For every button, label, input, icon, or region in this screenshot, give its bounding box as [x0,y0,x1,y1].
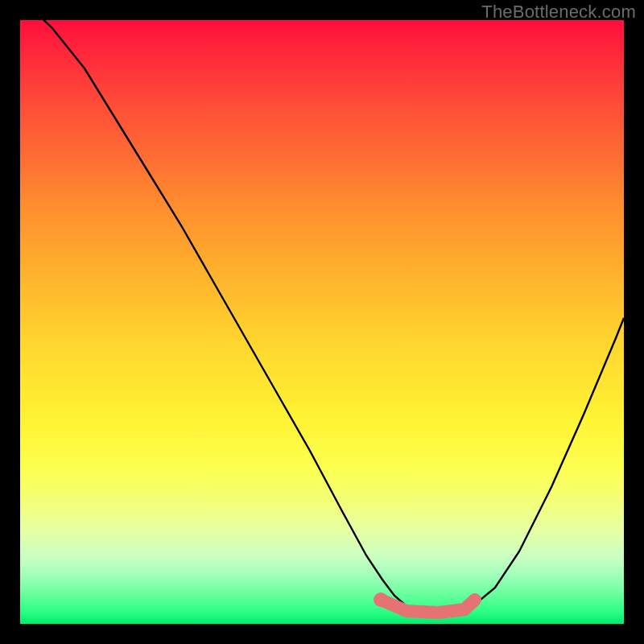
bottom-dot [374,592,388,607]
chart-canvas [20,20,624,624]
chart-svg-layer [20,20,624,624]
bottleneck-curve [20,20,624,614]
bottom-marker [381,600,475,613]
